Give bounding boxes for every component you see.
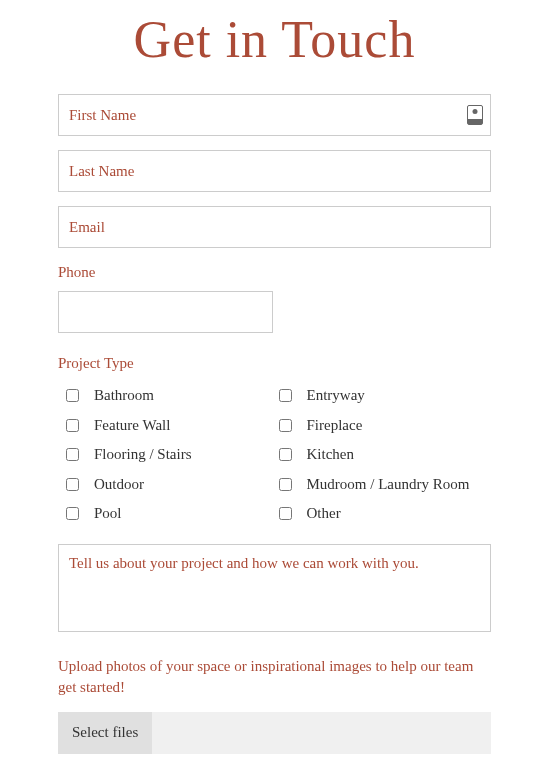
checkbox-feature-wall[interactable] [66, 419, 79, 432]
option-label: Bathroom [94, 386, 154, 406]
option-label: Pool [94, 504, 122, 524]
option-bathroom[interactable]: Bathroom [66, 386, 279, 406]
project-type-label: Project Type [58, 355, 491, 372]
option-mudroom[interactable]: Mudroom / Laundry Room [279, 475, 492, 495]
first-name-input[interactable] [58, 94, 491, 136]
option-entryway[interactable]: Entryway [279, 386, 492, 406]
email-input[interactable] [58, 206, 491, 248]
option-label: Feature Wall [94, 416, 170, 436]
page-title: Get in Touch [20, 10, 529, 69]
last-name-input[interactable] [58, 150, 491, 192]
option-fireplace[interactable]: Fireplace [279, 416, 492, 436]
contact-form: Phone Project Type Bathroom Entryway Fea… [20, 94, 529, 754]
option-label: Kitchen [307, 445, 354, 465]
project-type-options: Bathroom Entryway Feature Wall Fireplace… [66, 386, 491, 524]
option-label: Fireplace [307, 416, 363, 436]
upload-label: Upload photos of your space or inspirati… [58, 656, 491, 698]
select-files-button[interactable]: Select files [58, 712, 152, 754]
checkbox-outdoor[interactable] [66, 478, 79, 491]
checkbox-flooring[interactable] [66, 448, 79, 461]
option-pool[interactable]: Pool [66, 504, 279, 524]
option-label: Mudroom / Laundry Room [307, 475, 470, 495]
phone-label: Phone [58, 264, 491, 281]
phone-input[interactable] [58, 291, 273, 333]
option-label: Outdoor [94, 475, 144, 495]
option-feature-wall[interactable]: Feature Wall [66, 416, 279, 436]
file-uploader: Select files [58, 712, 491, 754]
checkbox-kitchen[interactable] [279, 448, 292, 461]
checkbox-bathroom[interactable] [66, 389, 79, 402]
checkbox-mudroom[interactable] [279, 478, 292, 491]
option-flooring[interactable]: Flooring / Stairs [66, 445, 279, 465]
option-kitchen[interactable]: Kitchen [279, 445, 492, 465]
checkbox-other[interactable] [279, 507, 292, 520]
checkbox-entryway[interactable] [279, 389, 292, 402]
checkbox-pool[interactable] [66, 507, 79, 520]
option-label: Entryway [307, 386, 365, 406]
option-outdoor[interactable]: Outdoor [66, 475, 279, 495]
option-other[interactable]: Other [279, 504, 492, 524]
message-textarea[interactable] [58, 544, 491, 632]
checkbox-fireplace[interactable] [279, 419, 292, 432]
option-label: Other [307, 504, 341, 524]
option-label: Flooring / Stairs [94, 445, 192, 465]
